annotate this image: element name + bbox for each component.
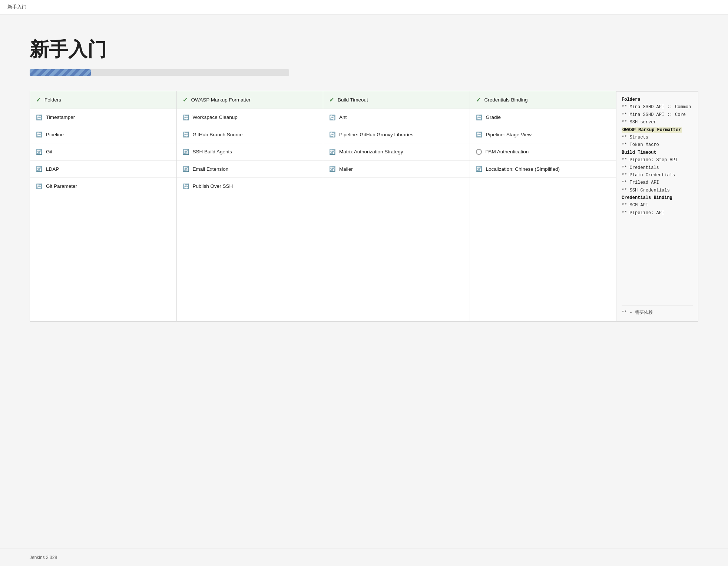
refresh-icon-localization-chinese: 🔄 <box>476 166 482 172</box>
refresh-icon-git-parameter: 🔄 <box>36 183 42 189</box>
plugin-name-pipeline-github-groovy: Pipeline: GitHub Groovy Libraries <box>339 131 413 138</box>
dep-bold-build-timeout: Build Timeout <box>622 150 656 155</box>
refresh-icon-ant: 🔄 <box>329 114 335 120</box>
check-icon-build-timeout: ✔ <box>329 96 334 103</box>
dep-line-11: ** SCM API <box>622 202 693 209</box>
plugin-name-git: Git <box>46 149 52 155</box>
plugin-name-matrix-auth: Matrix Authorization Strategy <box>339 149 403 155</box>
plugin-column-2: ✔ OWASP Markup Formatter 🔄 Workspace Cle… <box>177 91 324 321</box>
plugin-item-folders[interactable]: ✔ Folders <box>30 91 176 109</box>
dep-line-6: ** Pipeline: Step API <box>622 156 693 164</box>
plugin-item-mailer[interactable]: 🔄 Mailer <box>323 161 470 178</box>
plugin-name-github-branch-source: GitHub Branch Source <box>193 131 243 138</box>
top-bar: 新手入门 <box>0 0 728 14</box>
check-icon-owasp: ✔ <box>183 96 188 103</box>
plugin-item-pipeline[interactable]: 🔄 Pipeline <box>30 126 176 144</box>
plugins-grid-container: ✔ Folders 🔄 Timestamper 🔄 Pipeline 🔄 Git <box>30 91 698 322</box>
refresh-icon-pipeline: 🔄 <box>36 131 42 137</box>
plugin-name-credentials-binding: Credentials Binding <box>484 97 528 103</box>
plugin-name-localization-chinese: Localization: Chinese (Simplified) <box>486 166 560 173</box>
plugin-item-build-timeout[interactable]: ✔ Build Timeout <box>323 91 470 109</box>
progress-bar-container <box>30 69 289 76</box>
plugin-item-ssh-build-agents[interactable]: 🔄 SSH Build Agents <box>177 143 323 161</box>
dep-line-cred-binding: Credentials Binding <box>622 194 693 202</box>
jenkins-version: Jenkins 2.328 <box>30 555 57 560</box>
plugin-item-pipeline-github-groovy[interactable]: 🔄 Pipeline: GitHub Groovy Libraries <box>323 126 470 144</box>
check-icon-folders: ✔ <box>36 96 41 103</box>
plugin-name-email-extension: Email Extension <box>193 166 229 173</box>
progress-bar-fill <box>30 69 91 76</box>
plugin-item-git[interactable]: 🔄 Git <box>30 143 176 161</box>
dep-line-7: ** Credentials <box>622 164 693 172</box>
refresh-icon-publish-over-ssh: 🔄 <box>183 183 189 189</box>
plugin-item-workspace-cleanup[interactable]: 🔄 Workspace Cleanup <box>177 109 323 126</box>
plugin-name-owasp: OWASP Markup Formatter <box>191 97 251 103</box>
plugin-column-1: ✔ Folders 🔄 Timestamper 🔄 Pipeline 🔄 Git <box>30 91 177 321</box>
plugin-name-gradle: Gradle <box>486 114 501 121</box>
dep-line-8: ** Plain Credentials <box>622 172 693 179</box>
check-icon-credentials-binding: ✔ <box>476 96 481 103</box>
plugin-item-git-parameter[interactable]: 🔄 Git Parameter <box>30 178 176 195</box>
refresh-icon-email-extension: 🔄 <box>183 166 189 172</box>
refresh-icon-ssh-build-agents: 🔄 <box>183 149 189 155</box>
plugin-item-pam-authentication[interactable]: PAM Authentication <box>470 143 616 161</box>
refresh-icon-pipeline-github-groovy: 🔄 <box>329 131 335 137</box>
dep-line-3: ** SSH server <box>622 119 693 126</box>
refresh-icon-timestamper: 🔄 <box>36 114 42 120</box>
dep-line-owasp: OWASP Markup Formatter <box>622 126 693 134</box>
plugin-item-ant[interactable]: 🔄 Ant <box>323 109 470 126</box>
refresh-icon-pipeline-stage-view: 🔄 <box>476 131 482 137</box>
dep-footer-spacer <box>622 217 693 232</box>
plugin-item-gradle[interactable]: 🔄 Gradle <box>470 109 616 126</box>
dep-line-folders: Folders <box>622 96 693 103</box>
refresh-icon-ldap: 🔄 <box>36 166 42 172</box>
circle-icon-pam-authentication <box>476 149 482 155</box>
plugin-item-publish-over-ssh[interactable]: 🔄 Publish Over SSH <box>177 178 323 195</box>
dep-line-2: ** Mina SSHD API :: Core <box>622 111 693 119</box>
dep-line-4: ** Structs <box>622 134 693 141</box>
plugin-name-ant: Ant <box>339 114 347 121</box>
refresh-icon-matrix-auth: 🔄 <box>329 149 335 155</box>
plugin-item-email-extension[interactable]: 🔄 Email Extension <box>177 161 323 178</box>
plugin-name-publish-over-ssh: Publish Over SSH <box>193 183 233 190</box>
plugin-name-pam-authentication: PAM Authentication <box>486 149 529 155</box>
dep-bold-cred-binding: Credentials Binding <box>622 195 672 200</box>
refresh-icon-gradle: 🔄 <box>476 114 482 120</box>
plugin-name-folders: Folders <box>44 97 61 103</box>
plugin-name-ssh-build-agents: SSH Build Agents <box>193 149 232 155</box>
plugin-name-pipeline-stage-view: Pipeline: Stage View <box>486 131 532 138</box>
plugin-name-timestamper: Timestamper <box>46 114 75 121</box>
plugin-item-github-branch-source[interactable]: 🔄 GitHub Branch Source <box>177 126 323 144</box>
plugin-item-pipeline-stage-view[interactable]: 🔄 Pipeline: Stage View <box>470 126 616 144</box>
plugin-name-git-parameter: Git Parameter <box>46 183 77 190</box>
dep-line-10: ** SSH Credentials <box>622 187 693 194</box>
refresh-icon-workspace-cleanup: 🔄 <box>183 114 189 120</box>
top-bar-label: 新手入门 <box>7 4 27 10</box>
footer: Jenkins 2.328 <box>0 549 728 566</box>
plugin-item-owasp[interactable]: ✔ OWASP Markup Formatter <box>177 91 323 109</box>
plugin-name-workspace-cleanup: Workspace Cleanup <box>193 114 238 121</box>
refresh-icon-mailer: 🔄 <box>329 166 335 172</box>
dep-line-9: ** Trilead API <box>622 179 693 186</box>
plugin-name-pipeline: Pipeline <box>46 131 64 138</box>
plugin-item-timestamper[interactable]: 🔄 Timestamper <box>30 109 176 126</box>
dep-footer: ** - 需要依赖 <box>622 306 693 316</box>
page-title: 新手入门 <box>30 37 698 63</box>
refresh-icon-github-branch-source: 🔄 <box>183 131 189 137</box>
dep-line-12: ** Pipeline: API <box>622 209 693 217</box>
dep-line-build-timeout: Build Timeout <box>622 149 693 156</box>
plugin-item-matrix-auth[interactable]: 🔄 Matrix Authorization Strategy <box>323 143 470 161</box>
plugin-item-credentials-binding[interactable]: ✔ Credentials Binding <box>470 91 616 109</box>
plugin-name-mailer: Mailer <box>339 166 353 173</box>
plugin-item-localization-chinese[interactable]: 🔄 Localization: Chinese (Simplified) <box>470 161 616 178</box>
dep-line-5: ** Token Macro <box>622 141 693 149</box>
plugin-item-ldap[interactable]: 🔄 LDAP <box>30 161 176 178</box>
refresh-icon-git: 🔄 <box>36 149 42 155</box>
dependency-panel: Folders ** Mina SSHD API :: Common ** Mi… <box>616 91 698 321</box>
plugin-name-build-timeout: Build Timeout <box>338 97 368 103</box>
dep-line-1: ** Mina SSHD API :: Common <box>622 103 693 111</box>
main-content: 新手入门 ✔ Folders 🔄 Timestamper 🔄 <box>0 14 728 336</box>
dep-bold-folders: Folders <box>622 97 640 102</box>
dep-bold-owasp: OWASP Markup Formatter <box>622 127 682 133</box>
plugin-column-3: ✔ Build Timeout 🔄 Ant 🔄 Pipeline: GitHub… <box>323 91 470 321</box>
